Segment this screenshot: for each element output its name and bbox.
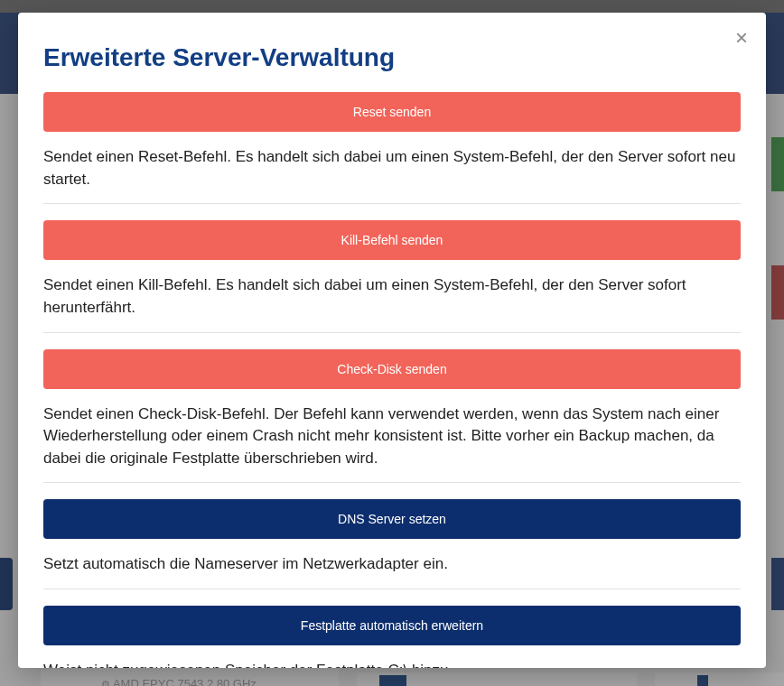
extend-disk-button[interactable]: Festplatte automatisch erweitern — [43, 606, 741, 645]
reset-send-button[interactable]: Reset senden — [43, 92, 741, 132]
divider — [43, 589, 741, 589]
advanced-server-admin-modal: × Erweiterte Server-Verwaltung Reset sen… — [18, 13, 766, 668]
kill-send-button[interactable]: Kill-Befehl senden — [43, 220, 741, 260]
divider — [43, 203, 741, 204]
divider — [43, 332, 741, 333]
checkdisk-send-button[interactable]: Check-Disk senden — [43, 349, 741, 389]
section-checkdisk: Check-Disk senden Sendet einen Check-Dis… — [43, 349, 741, 470]
section-kill: Kill-Befehl senden Sendet einen Kill-Bef… — [43, 220, 741, 319]
section-reset: Reset senden Sendet einen Reset-Befehl. … — [43, 92, 741, 190]
divider — [43, 482, 741, 483]
reset-description: Sendet einen Reset-Befehl. Es handelt si… — [43, 146, 741, 190]
extend-disk-description: Weist nicht zugewiesenen Speicher der Fe… — [43, 660, 741, 668]
dns-set-button[interactable]: DNS Server setzen — [43, 499, 741, 539]
close-icon[interactable]: × — [732, 23, 751, 52]
dns-description: Setzt automatisch die Nameserver im Netz… — [43, 553, 741, 576]
checkdisk-description: Sendet einen Check-Disk-Befehl. Der Befe… — [43, 403, 741, 470]
modal-title: Erweiterte Server-Verwaltung — [43, 43, 741, 72]
section-extend-disk: Festplatte automatisch erweitern Weist n… — [43, 606, 741, 668]
section-dns: DNS Server setzen Setzt automatisch die … — [43, 499, 741, 576]
kill-description: Sendet einen Kill-Befehl. Es handelt sic… — [43, 274, 741, 319]
